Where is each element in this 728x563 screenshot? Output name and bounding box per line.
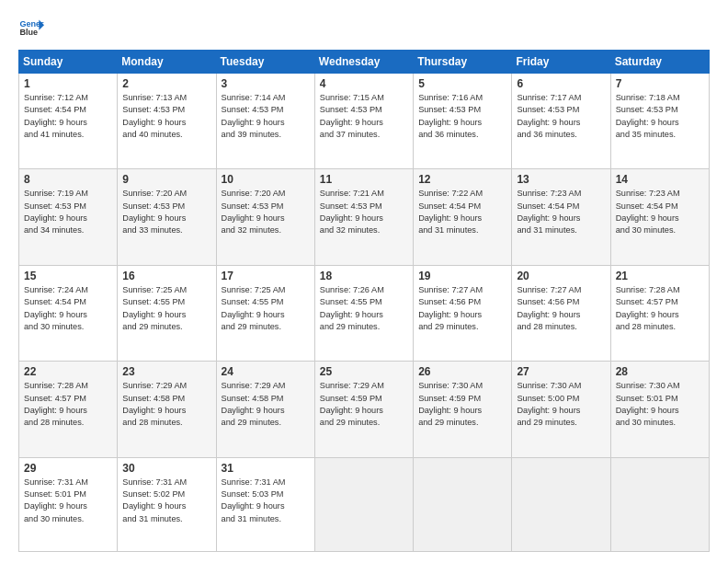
calendar-cell: 30Sunrise: 7:31 AM Sunset: 5:02 PM Dayli…: [118, 457, 216, 551]
calendar-cell: 5Sunrise: 7:16 AM Sunset: 4:53 PM Daylig…: [414, 74, 512, 169]
day-info: Sunrise: 7:21 AM Sunset: 4:53 PM Dayligh…: [320, 188, 408, 236]
day-number: 23: [122, 365, 210, 378]
calendar-cell: 25Sunrise: 7:29 AM Sunset: 4:59 PM Dayli…: [314, 362, 413, 457]
day-number: 26: [418, 365, 506, 378]
day-info: Sunrise: 7:25 AM Sunset: 4:55 PM Dayligh…: [122, 284, 210, 333]
day-number: 13: [517, 173, 605, 186]
calendar-cell: 12Sunrise: 7:22 AM Sunset: 4:54 PM Dayli…: [414, 169, 512, 265]
day-info: Sunrise: 7:29 AM Sunset: 4:58 PM Dayligh…: [222, 380, 310, 429]
day-info: Sunrise: 7:17 AM Sunset: 4:53 PM Dayligh…: [517, 92, 605, 141]
day-number: 12: [418, 173, 506, 186]
week-row-1: 1Sunrise: 7:12 AM Sunset: 4:54 PM Daylig…: [19, 74, 710, 169]
day-info: Sunrise: 7:18 AM Sunset: 4:53 PM Dayligh…: [616, 92, 704, 141]
day-number: 21: [616, 270, 704, 282]
logo-icon: General Blue: [18, 15, 44, 40]
day-info: Sunrise: 7:16 AM Sunset: 4:53 PM Dayligh…: [418, 92, 506, 141]
day-info: Sunrise: 7:30 AM Sunset: 5:01 PM Dayligh…: [616, 380, 704, 429]
col-header-friday: Friday: [512, 51, 610, 74]
calendar-cell: 23Sunrise: 7:29 AM Sunset: 4:58 PM Dayli…: [118, 362, 216, 457]
day-number: 25: [320, 365, 408, 378]
day-number: 30: [122, 462, 210, 475]
week-row-2: 8Sunrise: 7:19 AM Sunset: 4:53 PM Daylig…: [19, 169, 710, 265]
calendar-cell: 19Sunrise: 7:27 AM Sunset: 4:56 PM Dayli…: [414, 265, 512, 361]
day-number: 5: [418, 77, 506, 90]
calendar-cell: [314, 457, 413, 551]
calendar-cell: 20Sunrise: 7:27 AM Sunset: 4:56 PM Dayli…: [512, 265, 610, 361]
day-number: 2: [122, 77, 210, 90]
day-info: Sunrise: 7:13 AM Sunset: 4:53 PM Dayligh…: [122, 92, 210, 141]
day-info: Sunrise: 7:23 AM Sunset: 4:54 PM Dayligh…: [517, 188, 605, 236]
svg-text:Blue: Blue: [19, 28, 38, 37]
calendar-cell: 7Sunrise: 7:18 AM Sunset: 4:53 PM Daylig…: [610, 74, 709, 169]
day-number: 27: [517, 365, 605, 378]
day-info: Sunrise: 7:31 AM Sunset: 5:01 PM Dayligh…: [24, 477, 112, 525]
calendar-cell: 8Sunrise: 7:19 AM Sunset: 4:53 PM Daylig…: [19, 169, 118, 265]
day-number: 28: [616, 365, 704, 378]
day-info: Sunrise: 7:22 AM Sunset: 4:54 PM Dayligh…: [418, 188, 506, 236]
calendar-cell: 29Sunrise: 7:31 AM Sunset: 5:01 PM Dayli…: [19, 457, 118, 551]
day-info: Sunrise: 7:14 AM Sunset: 4:53 PM Dayligh…: [222, 92, 310, 141]
day-info: Sunrise: 7:30 AM Sunset: 4:59 PM Dayligh…: [418, 380, 506, 429]
day-info: Sunrise: 7:28 AM Sunset: 4:57 PM Dayligh…: [616, 284, 704, 333]
logo: General Blue: [18, 15, 44, 40]
calendar-cell: 2Sunrise: 7:13 AM Sunset: 4:53 PM Daylig…: [118, 74, 216, 169]
day-info: Sunrise: 7:20 AM Sunset: 4:53 PM Dayligh…: [222, 188, 310, 236]
calendar-cell: 24Sunrise: 7:29 AM Sunset: 4:58 PM Dayli…: [216, 362, 314, 457]
col-header-saturday: Saturday: [610, 51, 709, 74]
page: General Blue SundayMondayTuesdayWednesda…: [0, 0, 728, 563]
day-number: 17: [222, 270, 310, 282]
day-info: Sunrise: 7:19 AM Sunset: 4:53 PM Dayligh…: [24, 188, 112, 236]
day-number: 9: [122, 173, 210, 186]
day-info: Sunrise: 7:20 AM Sunset: 4:53 PM Dayligh…: [122, 188, 210, 236]
day-info: Sunrise: 7:12 AM Sunset: 4:54 PM Dayligh…: [24, 92, 112, 141]
day-number: 31: [222, 462, 310, 475]
day-info: Sunrise: 7:31 AM Sunset: 5:02 PM Dayligh…: [122, 477, 210, 525]
calendar-cell: 16Sunrise: 7:25 AM Sunset: 4:55 PM Dayli…: [118, 265, 216, 361]
calendar-cell: 4Sunrise: 7:15 AM Sunset: 4:53 PM Daylig…: [314, 74, 413, 169]
calendar-cell: 11Sunrise: 7:21 AM Sunset: 4:53 PM Dayli…: [314, 169, 413, 265]
day-info: Sunrise: 7:27 AM Sunset: 4:56 PM Dayligh…: [517, 284, 605, 333]
day-number: 19: [418, 270, 506, 282]
calendar-cell: 17Sunrise: 7:25 AM Sunset: 4:55 PM Dayli…: [216, 265, 314, 361]
day-number: 4: [320, 77, 408, 90]
day-info: Sunrise: 7:25 AM Sunset: 4:55 PM Dayligh…: [222, 284, 310, 333]
day-info: Sunrise: 7:29 AM Sunset: 4:59 PM Dayligh…: [320, 380, 408, 429]
calendar-cell: 6Sunrise: 7:17 AM Sunset: 4:53 PM Daylig…: [512, 74, 610, 169]
day-number: 3: [222, 77, 310, 90]
day-number: 7: [616, 77, 704, 90]
col-header-wednesday: Wednesday: [314, 51, 413, 74]
day-number: 18: [320, 270, 408, 282]
day-number: 29: [24, 462, 112, 475]
day-info: Sunrise: 7:30 AM Sunset: 5:00 PM Dayligh…: [517, 380, 605, 429]
calendar-cell: 1Sunrise: 7:12 AM Sunset: 4:54 PM Daylig…: [19, 74, 118, 169]
day-number: 15: [24, 270, 112, 282]
day-info: Sunrise: 7:29 AM Sunset: 4:58 PM Dayligh…: [122, 380, 210, 429]
calendar-cell: [414, 457, 512, 551]
calendar-cell: 14Sunrise: 7:23 AM Sunset: 4:54 PM Dayli…: [610, 169, 709, 265]
col-header-sunday: Sunday: [19, 51, 118, 74]
calendar-cell: 9Sunrise: 7:20 AM Sunset: 4:53 PM Daylig…: [118, 169, 216, 265]
day-info: Sunrise: 7:23 AM Sunset: 4:54 PM Dayligh…: [616, 188, 704, 236]
week-row-3: 15Sunrise: 7:24 AM Sunset: 4:54 PM Dayli…: [19, 265, 710, 361]
calendar-cell: 26Sunrise: 7:30 AM Sunset: 4:59 PM Dayli…: [414, 362, 512, 457]
calendar-cell: [610, 457, 709, 551]
calendar-cell: 27Sunrise: 7:30 AM Sunset: 5:00 PM Dayli…: [512, 362, 610, 457]
day-info: Sunrise: 7:27 AM Sunset: 4:56 PM Dayligh…: [418, 284, 506, 333]
calendar-cell: 18Sunrise: 7:26 AM Sunset: 4:55 PM Dayli…: [314, 265, 413, 361]
day-number: 20: [517, 270, 605, 282]
day-info: Sunrise: 7:31 AM Sunset: 5:03 PM Dayligh…: [222, 477, 310, 525]
col-header-tuesday: Tuesday: [216, 51, 314, 74]
day-number: 11: [320, 173, 408, 186]
day-number: 22: [24, 365, 112, 378]
day-number: 24: [222, 365, 310, 378]
calendar-cell: 28Sunrise: 7:30 AM Sunset: 5:01 PM Dayli…: [610, 362, 709, 457]
col-header-monday: Monday: [118, 51, 216, 74]
week-row-5: 29Sunrise: 7:31 AM Sunset: 5:01 PM Dayli…: [19, 457, 710, 551]
day-info: Sunrise: 7:24 AM Sunset: 4:54 PM Dayligh…: [24, 284, 112, 333]
calendar-cell: 15Sunrise: 7:24 AM Sunset: 4:54 PM Dayli…: [19, 265, 118, 361]
week-row-4: 22Sunrise: 7:28 AM Sunset: 4:57 PM Dayli…: [19, 362, 710, 457]
col-header-thursday: Thursday: [414, 51, 512, 74]
header: General Blue: [18, 15, 710, 40]
calendar-cell: 31Sunrise: 7:31 AM Sunset: 5:03 PM Dayli…: [216, 457, 314, 551]
day-info: Sunrise: 7:26 AM Sunset: 4:55 PM Dayligh…: [320, 284, 408, 333]
